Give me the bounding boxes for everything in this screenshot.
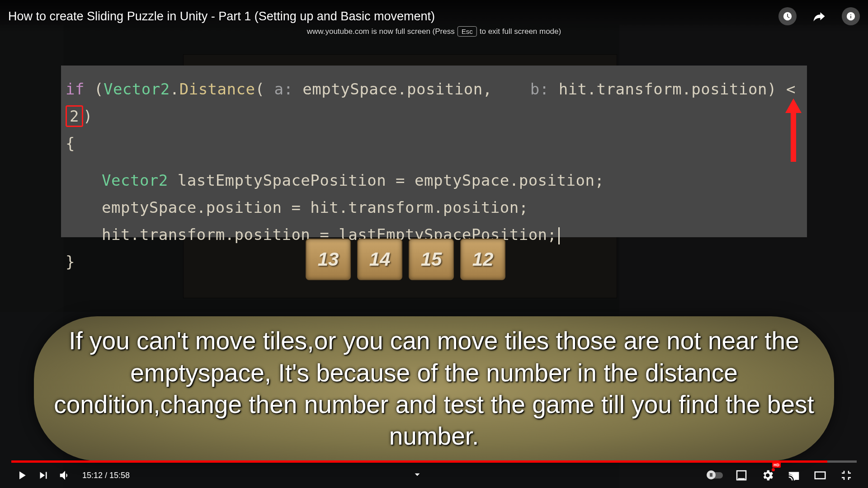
code-line2: lastEmptySpacePosition = emptySpace.posi… — [168, 171, 604, 189]
puzzle-tiles-row: 13 14 15 12 — [306, 239, 505, 280]
play-button[interactable] — [11, 465, 33, 486]
keyword-if: if — [66, 80, 85, 98]
tile: 14 — [357, 239, 402, 280]
code-snippet: if (Vector2.Distance( a: emptySpace.posi… — [61, 66, 807, 237]
fullscreen-notice-suffix: to exit full screen mode) — [480, 27, 561, 36]
code-cursor — [558, 227, 560, 244]
right-controls: HD — [704, 465, 857, 486]
watch-later-button[interactable] — [778, 7, 797, 25]
param-a-label: a: — [274, 80, 293, 98]
code-line3: emptySpace.position = hit.transform.posi… — [66, 194, 802, 221]
distance-threshold-highlight: 2 — [66, 105, 83, 127]
arg-a: emptySpace.position, — [302, 80, 492, 98]
param-b-label: b: — [530, 80, 549, 98]
subtitle-text: If you can't move tiles,or you can move … — [52, 325, 816, 452]
time-sep: / — [105, 471, 109, 480]
cast-button[interactable] — [783, 465, 805, 486]
exit-fullscreen-button[interactable] — [835, 465, 857, 486]
current-time: 15:12 — [82, 471, 103, 480]
settings-button[interactable]: HD — [757, 465, 778, 486]
autoplay-toggle[interactable] — [704, 465, 726, 486]
next-button[interactable] — [33, 465, 54, 486]
red-arrow-annotation — [784, 99, 802, 162]
type-vector2-2: Vector2 — [102, 171, 168, 189]
type-vector2: Vector2 — [104, 80, 170, 98]
tile: 15 — [409, 239, 454, 280]
title-actions — [778, 6, 860, 26]
theater-mode-button[interactable] — [809, 465, 831, 486]
brace-open: { — [66, 130, 802, 157]
tile: 13 — [306, 239, 351, 280]
subtitle-bubble: If you can't move tiles,or you can move … — [34, 316, 834, 461]
esc-key: Esc — [458, 26, 477, 37]
share-button[interactable] — [809, 6, 829, 26]
captions-button[interactable] — [731, 465, 752, 486]
fullscreen-notice-prefix: www.youtube.com is now full screen (Pres… — [307, 27, 455, 36]
duration: 15:58 — [109, 471, 130, 480]
volume-button[interactable] — [54, 465, 76, 486]
video-frame: How to create Sliding Puzzle in Unity - … — [0, 0, 868, 488]
settings-dot-icon — [772, 468, 775, 471]
tile: 12 — [460, 239, 505, 280]
player-controls: 15:12 / 15:58 HD — [0, 463, 868, 488]
time-display: 15:12 / 15:58 — [82, 471, 130, 480]
operator-lt: < — [786, 80, 796, 98]
hd-badge: HD — [772, 462, 781, 468]
arg-b: hit.transform.position) — [559, 80, 777, 98]
fullscreen-notice: www.youtube.com is now full screen (Pres… — [307, 26, 561, 37]
info-button[interactable] — [842, 7, 860, 25]
method-distance: Distance — [179, 80, 255, 98]
chapters-toggle[interactable] — [411, 469, 423, 482]
video-title: How to create Sliding Puzzle in Unity - … — [8, 9, 435, 23]
